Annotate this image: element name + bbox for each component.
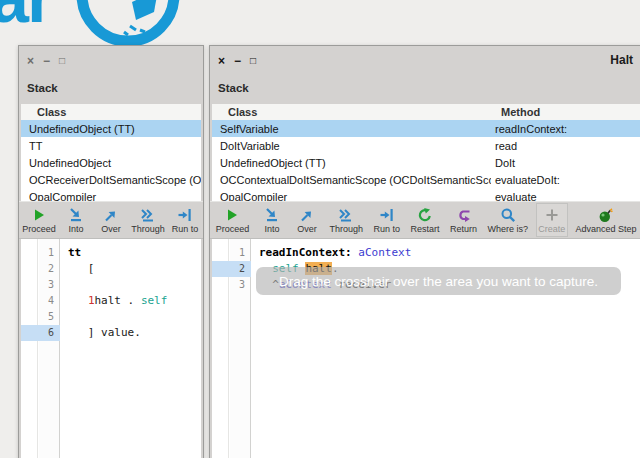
line-number[interactable]: 3 <box>21 277 60 293</box>
stack-header-row: ClassMethod <box>212 104 640 120</box>
code-editor[interactable]: 1tt2 [34 1halt . self56 ] value. <box>21 239 201 458</box>
toolbar-button-label: Create <box>538 224 565 234</box>
through-button[interactable]: Through <box>327 203 366 237</box>
restart-icon <box>417 207 433 223</box>
code-line-text: tt <box>60 245 81 261</box>
whereis-button[interactable]: Where is? <box>485 203 531 237</box>
debug-toolbar: ProceedIntoOverThroughRun toRestartRetur… <box>210 201 640 239</box>
stack-cell: SelfVariable <box>212 123 491 135</box>
code-line-text: [ <box>60 261 95 277</box>
window-header: × − □ Stack <box>19 46 203 104</box>
close-icon[interactable]: × <box>218 55 225 67</box>
runto-button[interactable]: Run to <box>170 203 200 237</box>
code-line: 3 <box>21 277 201 293</box>
stack-cell: OCContextualDoItSemanticScope (OCDoItSem… <box>212 174 491 186</box>
stack-row[interactable]: DoItVariableread <box>212 137 640 154</box>
toolbar-button-label: Proceed <box>216 224 250 234</box>
over-button[interactable]: Over <box>96 203 126 237</box>
stack-row[interactable]: UndefinedObject (TT) <box>21 120 201 137</box>
create-icon <box>544 207 560 223</box>
toolbar-button-label: Return <box>450 224 477 234</box>
maximize-icon[interactable]: □ <box>59 55 65 67</box>
stack-row[interactable]: UndefinedObject <box>21 154 201 171</box>
through-icon <box>338 207 354 223</box>
toolbar-button-label: Into <box>264 224 279 234</box>
stack-row[interactable]: OCContextualDoItSemanticScope (OCDoItSem… <box>212 171 640 188</box>
toolbar-button-label: Into <box>68 224 83 234</box>
runto-button[interactable]: Run to <box>371 203 403 237</box>
restart-button[interactable]: Restart <box>408 203 442 237</box>
stack-row[interactable]: OCReceiverDoItSemanticScope (OCDoItSeman… <box>21 171 201 188</box>
runto-icon <box>379 207 395 223</box>
into-button[interactable]: Into <box>257 203 287 237</box>
minimize-icon[interactable]: − <box>234 55 241 67</box>
proceed-button[interactable]: Proceed <box>213 203 252 237</box>
stack-cell: readInContext: <box>491 123 640 135</box>
into-icon <box>264 207 280 223</box>
code-line: 2 [ <box>21 261 201 277</box>
line-number[interactable]: 6 <box>21 325 60 341</box>
stack-cell: evaluateDoIt: <box>491 174 640 186</box>
over-icon <box>299 207 315 223</box>
stack-cell: OpalCompiler <box>21 191 201 202</box>
capture-tooltip: Drag the crosshair over the area you wan… <box>256 267 621 295</box>
maximize-icon[interactable]: □ <box>250 55 256 67</box>
toolbar-button-label: Through <box>330 224 364 234</box>
return-button[interactable]: Return <box>447 203 480 237</box>
stack-row[interactable]: UndefinedObject (TT)DoIt <box>212 154 640 171</box>
proceed-icon <box>31 207 47 223</box>
minimize-icon[interactable]: − <box>43 55 50 67</box>
stack-header-cell: Class <box>21 106 201 118</box>
stack-panel-label: Stack <box>27 82 195 94</box>
stack-row[interactable]: SelfVariablereadInContext: <box>212 120 640 137</box>
toolbar-button-label: Restart <box>411 224 440 234</box>
line-number[interactable]: 3 <box>212 277 251 293</box>
advanced-button[interactable]: Advanced Step <box>573 203 639 237</box>
stack-table: ClassUndefinedObject (TT)TTUndefinedObje… <box>21 104 201 201</box>
stack-cell: DoIt <box>491 157 640 169</box>
debug-toolbar: ProceedIntoOverThroughRun to <box>19 201 203 239</box>
window-controls: × − □ <box>27 53 195 68</box>
code-line: 6 ] value. <box>21 325 201 341</box>
toolbar-button-label: Over <box>297 224 317 234</box>
whereis-icon <box>500 207 516 223</box>
code-line: 1readInContext: aContext <box>212 245 640 261</box>
stack-cell: UndefinedObject (TT) <box>212 157 491 169</box>
through-icon <box>140 207 156 223</box>
pharo-logo-letters: ar <box>0 0 52 38</box>
toolbar-button-label: Run to <box>172 224 199 234</box>
line-number[interactable]: 5 <box>21 309 60 325</box>
capture-tooltip-text: Drag the crosshair over the area you wan… <box>279 274 598 289</box>
over-icon <box>103 207 119 223</box>
line-number[interactable]: 1 <box>21 245 60 261</box>
debugger-window-left: × − □ Stack ClassUndefinedObject (TT)TTU… <box>18 45 204 458</box>
toolbar-button-label: Where is? <box>487 224 528 234</box>
stack-header-cell: Method <box>491 106 640 118</box>
code-line: 5 <box>21 309 201 325</box>
line-number[interactable]: 4 <box>21 293 60 309</box>
code-line-text: ] value. <box>60 325 141 341</box>
stack-cell: UndefinedObject <box>21 157 201 169</box>
toolbar-button-label: Proceed <box>22 224 56 234</box>
advanced-icon <box>598 207 614 223</box>
create-button[interactable]: Create <box>536 203 569 237</box>
stack-cell: read <box>491 140 640 152</box>
stack-cell: UndefinedObject (TT) <box>21 123 201 135</box>
into-button[interactable]: Into <box>61 203 91 237</box>
line-number[interactable]: 2 <box>21 261 60 277</box>
code-line-text: 1halt . self <box>60 293 167 309</box>
stack-row[interactable]: TT <box>21 137 201 154</box>
stack-cell: evaluate <box>491 191 640 202</box>
stack-cell: TT <box>21 140 201 152</box>
stack-cell: DoItVariable <box>212 140 491 152</box>
stack-row[interactable]: OpalCompiler <box>21 188 201 201</box>
close-icon[interactable]: × <box>27 55 34 67</box>
line-number[interactable]: 1 <box>212 245 251 261</box>
proceed-button[interactable]: Proceed <box>22 203 56 237</box>
through-button[interactable]: Through <box>131 203 165 237</box>
toolbar-button-label: Over <box>101 224 121 234</box>
stack-header-row: Class <box>21 104 201 120</box>
over-button[interactable]: Over <box>292 203 322 237</box>
stack-row[interactable]: OpalCompilerevaluate <box>212 188 640 201</box>
line-number[interactable]: 2 <box>212 261 251 277</box>
